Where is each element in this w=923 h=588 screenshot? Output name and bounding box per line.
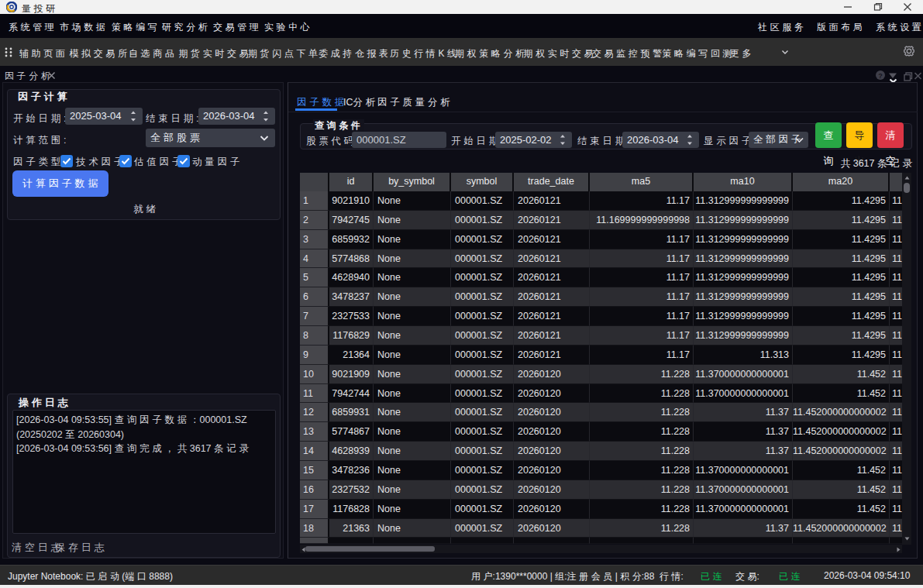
svg-text:?: ? [878, 72, 883, 80]
